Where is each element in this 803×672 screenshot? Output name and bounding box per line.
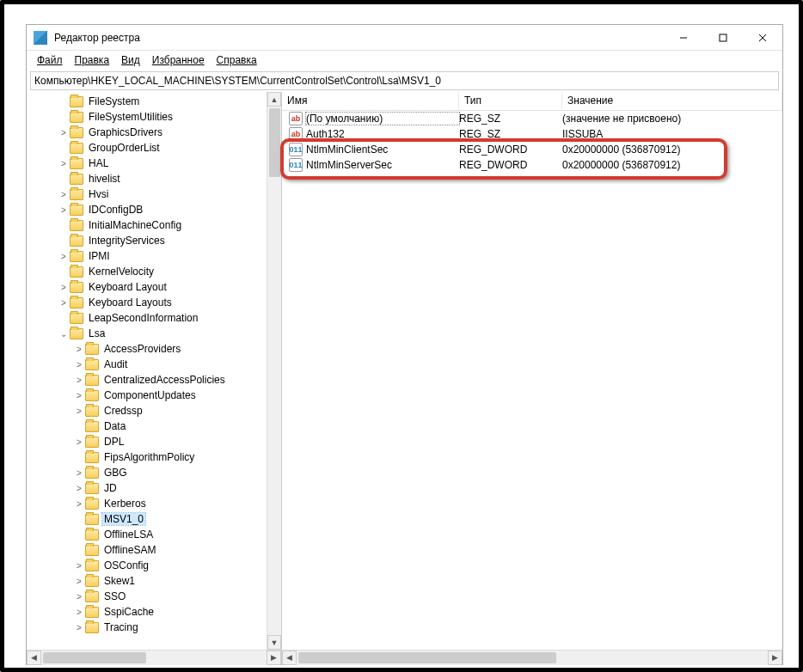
tree-item-label: FipsAlgorithmPolicy [102,451,196,463]
expander-icon[interactable]: > [73,406,85,416]
tree-item[interactable]: >ComponentUpdates [30,388,267,403]
tree-item[interactable]: >Credssp [30,403,267,418]
scroll-track[interactable] [267,107,281,635]
scroll-left-button[interactable]: ◀ [27,651,41,665]
tree-item[interactable]: GroupOrderList [30,140,267,156]
tree-item[interactable]: OfflineLSA [30,527,267,542]
folder-icon [85,437,99,448]
folder-icon [85,607,99,618]
tree-item[interactable]: OfflineSAM [30,542,267,558]
hscroll-thumb[interactable] [43,652,146,663]
tree-item[interactable]: >JD [30,480,267,496]
close-button[interactable] [743,25,782,51]
menu-favorites[interactable]: Избранное [147,52,210,68]
scroll-right-button[interactable]: ▶ [267,651,281,665]
expander-icon[interactable]: ⌄ [58,329,70,339]
scroll-down-button[interactable]: ▼ [267,635,281,650]
tree-item[interactable]: >Keyboard Layouts [30,295,267,310]
expander-icon[interactable]: > [73,484,85,493]
tree-item[interactable]: >Tracing [30,620,267,635]
hscroll-thumb[interactable] [298,652,556,663]
tree-item[interactable]: >Audit [30,357,267,372]
tree-item[interactable]: >SspiCache [30,604,267,620]
expander-icon[interactable]: > [73,577,85,586]
expander-icon[interactable]: > [73,623,85,632]
tree-item-label: Credssp [102,405,144,417]
tree-item-label: LeapSecondInformation [87,312,199,324]
expander-icon[interactable]: > [58,205,70,215]
expander-icon[interactable]: > [58,298,70,308]
tree-item[interactable]: InitialMachineConfig [30,217,267,233]
tree-item[interactable]: LeapSecondInformation [30,310,267,326]
value-row[interactable]: 011NtlmMinClientSecREG_DWORD0x20000000 (… [282,142,782,157]
expander-icon[interactable]: > [58,190,70,199]
scroll-thumb[interactable] [269,108,280,177]
tree-item[interactable]: Data [30,418,267,434]
menu-view[interactable]: Вид [116,52,145,68]
expander-icon[interactable]: > [58,283,70,292]
menu-file[interactable]: Файл [32,52,68,68]
value-row[interactable]: 011NtlmMinServerSecREG_DWORD0x20000000 (… [282,157,782,173]
tree-item[interactable]: >GraphicsDrivers [30,125,267,140]
column-name[interactable]: Имя [282,92,459,110]
tree-item[interactable]: >DPL [30,434,267,449]
minimize-button[interactable] [664,25,703,51]
tree-item[interactable]: FileSystem [30,94,267,109]
scroll-right-button[interactable]: ▶ [768,651,782,665]
tree-item[interactable]: >IPMI [30,248,267,264]
expander-icon[interactable]: > [73,391,85,400]
expander-icon[interactable]: > [58,128,70,137]
expander-icon[interactable]: > [73,437,85,447]
tree-item[interactable]: MSV1_0 [30,511,267,527]
menu-edit[interactable]: Правка [70,52,115,68]
expander-icon[interactable]: > [73,376,85,385]
expander-icon[interactable]: > [73,468,85,478]
scroll-up-button[interactable]: ▲ [267,92,281,107]
tree-item[interactable]: >GBG [30,465,267,480]
tree-item[interactable]: hivelist [30,171,267,186]
maximize-button[interactable] [703,25,743,51]
tree-item[interactable]: >Skew1 [30,573,267,589]
expander-icon[interactable]: > [73,592,85,602]
tree-item[interactable]: >HAL [30,156,267,171]
menu-help[interactable]: Справка [211,52,262,68]
column-type[interactable]: Тип [459,92,562,110]
expander-icon[interactable]: > [73,499,85,509]
scroll-left-button[interactable]: ◀ [282,651,297,665]
tree-item[interactable]: >SSO [30,589,267,604]
expander-icon[interactable]: > [73,561,85,571]
values-list[interactable]: ab(По умолчанию)REG_SZ(значение не присв… [282,111,782,650]
tree-item[interactable]: >CentralizedAccessPolicies [30,372,267,388]
tree-item[interactable]: >Keyboard Layout [30,279,267,295]
tree-item[interactable]: FipsAlgorithmPolicy [30,449,267,465]
tree-item[interactable]: FileSystemUtilities [30,109,267,125]
tree-vscroll[interactable]: ▲ ▼ [267,92,281,650]
tree-item[interactable]: >OSConfig [30,558,267,573]
value-row[interactable]: abAuth132REG_SZIISSUBA [282,126,782,142]
expander-icon[interactable]: > [58,159,70,168]
tree-item-label: Tracing [102,621,140,633]
column-value[interactable]: Значение [562,92,782,110]
address-bar[interactable]: Компьютер\HKEY_LOCAL_MACHINE\SYSTEM\Curr… [30,71,779,90]
tree-item[interactable]: IntegrityServices [30,233,267,248]
tree-item[interactable]: KernelVelocity [30,264,267,279]
tree-item[interactable]: >IDConfigDB [30,202,267,217]
tree-item[interactable]: ⌄Lsa [30,326,267,341]
tree-item[interactable]: >AccessProviders [30,341,267,357]
tree-item[interactable]: >Hvsi [30,186,267,202]
tree-item-label: ComponentUpdates [102,389,198,401]
expander-icon[interactable]: > [73,608,85,617]
expander-icon[interactable]: > [58,252,70,261]
tree-hscroll[interactable]: ◀ ▶ [27,650,281,664]
registry-tree[interactable]: FileSystemFileSystemUtilities>GraphicsDr… [27,92,267,650]
value-row[interactable]: ab(По умолчанию)REG_SZ(значение не присв… [282,111,782,126]
tree-item-label: KernelVelocity [87,266,156,278]
hscroll-track[interactable] [41,651,267,665]
expander-icon[interactable]: > [73,360,85,370]
tree-item[interactable]: >Kerberos [30,496,267,511]
expander-icon[interactable]: > [73,345,85,354]
maximize-icon [719,34,727,42]
values-hscroll[interactable]: ◀ ▶ [282,650,782,664]
tree-pane: FileSystemFileSystemUtilities>GraphicsDr… [27,92,282,664]
hscroll-track[interactable] [297,651,768,665]
